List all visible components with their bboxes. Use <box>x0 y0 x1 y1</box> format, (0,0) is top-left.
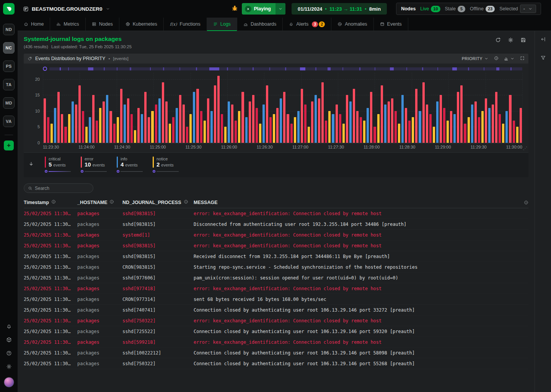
tab-events[interactable]: Events <box>374 18 408 31</box>
chart-bar[interactable] <box>426 105 428 143</box>
chart-bar[interactable] <box>134 130 136 143</box>
chart-bar[interactable] <box>158 98 161 143</box>
user-avatar[interactable] <box>4 377 14 387</box>
tab-anomalies[interactable]: Anomalies <box>331 18 373 31</box>
chart-bar[interactable] <box>502 124 504 143</box>
tab-kubernetes[interactable]: Kubernetes <box>119 18 164 31</box>
chart-bar[interactable] <box>124 105 126 143</box>
chart-bar[interactable] <box>499 114 501 143</box>
chart-bar[interactable] <box>196 89 199 143</box>
legend-item-critical[interactable]: critical 5events <box>45 157 71 173</box>
chart-bar[interactable] <box>259 124 261 143</box>
chart-bar[interactable] <box>433 127 435 143</box>
chart-bar[interactable] <box>304 105 306 143</box>
chart-bar[interactable] <box>179 95 181 143</box>
chart-bar[interactable] <box>381 85 383 143</box>
notifications-bell-icon[interactable] <box>6 323 12 330</box>
info-icon[interactable] <box>51 199 56 205</box>
resize-handle[interactable]: ⋰ <box>523 146 528 151</box>
chart-settings-gear-icon[interactable] <box>508 37 514 44</box>
refresh-icon[interactable] <box>495 37 501 44</box>
chart-bar[interactable] <box>339 114 341 143</box>
chart-bar[interactable] <box>294 117 296 143</box>
date-range-picker[interactable]: 01/11/2024 • 11:23 → 11:31 • 8min <box>292 3 387 15</box>
chart-bar[interactable] <box>117 117 119 143</box>
chart-bar[interactable] <box>54 108 56 143</box>
legend-item-error[interactable]: error 10events <box>81 157 107 173</box>
tab-metrics[interactable]: Metrics <box>50 18 85 31</box>
chart-bar[interactable] <box>440 95 442 143</box>
space-switcher[interactable]: BEASTMODE.GROUNDZER0 <box>23 6 110 12</box>
chart-plot-area[interactable]: 20151050 <box>43 73 522 143</box>
chart-bar[interactable] <box>422 82 425 143</box>
chart-bar[interactable] <box>492 105 494 143</box>
chart-bar[interactable] <box>120 89 122 143</box>
chart-bar[interactable] <box>391 98 393 143</box>
chart-bar[interactable] <box>356 111 359 143</box>
chart-bar[interactable] <box>308 127 310 143</box>
chart-bar[interactable] <box>447 121 449 143</box>
chart-bar[interactable] <box>162 82 164 143</box>
chart-bar[interactable] <box>450 111 452 143</box>
chart-bar[interactable] <box>297 111 300 143</box>
chart-bar[interactable] <box>363 121 365 143</box>
table-row[interactable]: 25/02/2025 11:30:26packagessystemd[1]err… <box>24 230 528 240</box>
filter-icon[interactable] <box>540 55 546 62</box>
chart-bar[interactable] <box>373 127 376 143</box>
chart-bar[interactable] <box>245 117 248 143</box>
chart-bar[interactable] <box>189 114 192 143</box>
space-item-nc[interactable]: NC <box>3 42 15 54</box>
chart-bar[interactable] <box>252 95 254 143</box>
bug-report-icon[interactable] <box>231 5 238 13</box>
legend-item-info[interactable]: info 4events <box>117 157 143 173</box>
collapse-sidebar-icon[interactable] <box>540 36 546 43</box>
chart-bar[interactable] <box>57 92 60 143</box>
chart-bar[interactable] <box>47 117 49 143</box>
chart-bar[interactable] <box>151 111 153 143</box>
chart-bar[interactable] <box>235 121 237 143</box>
add-space-button[interactable]: + <box>4 140 14 150</box>
chart-bar[interactable] <box>485 98 487 143</box>
chart-bar[interactable] <box>353 89 355 143</box>
nodes-live[interactable]: Live 10 <box>420 6 440 12</box>
chart-bar[interactable] <box>321 82 324 143</box>
chart-bar[interactable] <box>82 111 84 143</box>
chart-bar[interactable] <box>85 127 88 143</box>
chart-bar[interactable] <box>262 105 265 143</box>
chart-bar[interactable] <box>464 124 466 143</box>
integrations-cube-icon[interactable] <box>6 337 12 344</box>
chart-bar[interactable] <box>349 101 352 143</box>
anomaly-ribbon[interactable] <box>49 67 522 70</box>
chart-bar[interactable] <box>478 117 480 143</box>
chart-bar[interactable] <box>311 101 313 143</box>
chart-bar[interactable] <box>280 98 282 143</box>
chart-bar[interactable] <box>72 101 74 143</box>
chart-bar[interactable] <box>443 108 445 143</box>
scroll-down-icon[interactable] <box>28 161 34 168</box>
chart-bar[interactable] <box>92 95 95 143</box>
chart-bar[interactable] <box>453 114 456 143</box>
chart-bar[interactable] <box>269 117 272 143</box>
info-icon[interactable] <box>184 199 188 205</box>
anomaly-icon[interactable] <box>43 67 47 71</box>
chart-bar[interactable] <box>256 108 258 143</box>
chart-bar[interactable] <box>99 108 101 143</box>
chart-bar[interactable] <box>513 121 515 143</box>
chart-bar[interactable] <box>176 108 178 143</box>
chart-bar[interactable] <box>346 95 348 143</box>
table-row[interactable]: 25/02/2025 11:30:18packagessshd[977606]p… <box>24 273 528 283</box>
chart-bar[interactable] <box>89 117 91 143</box>
table-row[interactable]: 25/02/2025 11:30:26packagessshd[983815]e… <box>24 240 528 251</box>
chart-bar[interactable] <box>169 124 171 143</box>
search-input[interactable] <box>35 186 89 191</box>
chart-bar[interactable] <box>241 92 244 143</box>
chart-bar[interactable] <box>436 101 439 143</box>
tab-nodes[interactable]: Nodes <box>86 18 119 31</box>
nodes-offline[interactable]: Offline 23 <box>470 6 495 12</box>
chart-info-icon[interactable] <box>494 56 499 62</box>
table-row[interactable]: 25/02/2025 11:30:26packagessshd[750322]e… <box>24 315 528 326</box>
chart-bar[interactable] <box>412 117 414 143</box>
chart-bar[interactable] <box>283 92 285 143</box>
table-row[interactable]: 25/02/2025 11:30:15packagessshd[740741]C… <box>24 305 528 315</box>
legend-item-notice[interactable]: notice 2events <box>153 157 179 173</box>
